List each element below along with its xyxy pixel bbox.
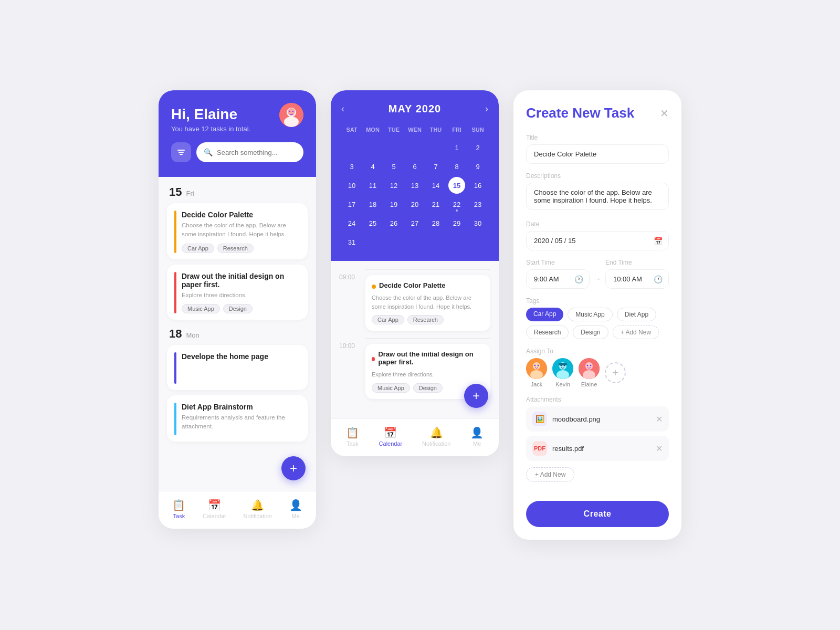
svg-point-5: [292, 111, 293, 112]
calendar-icon: 📅: [654, 237, 663, 245]
nav-task[interactable]: 📋 Task: [346, 426, 359, 447]
prev-month-button[interactable]: ‹: [341, 103, 344, 114]
add-event-fab[interactable]: +: [464, 384, 488, 408]
remove-moodboard-button[interactable]: ✕: [656, 414, 663, 424]
day-name: TUE: [383, 124, 404, 135]
attachment-name-results: results.pdf: [552, 445, 650, 453]
start-time-wrapper: 🕐: [526, 269, 590, 289]
event-color-dot: [372, 357, 375, 361]
tag-research[interactable]: Research: [526, 326, 569, 339]
nav-label-task: Task: [346, 440, 359, 447]
cal-day-23[interactable]: 23: [469, 196, 486, 213]
pdf-icon: PDF: [532, 441, 547, 456]
task-card[interactable]: Decide Color Palette Choose the color of…: [167, 203, 308, 259]
svg-point-23: [587, 365, 589, 366]
add-assignee-button[interactable]: +: [605, 362, 626, 383]
date-day: Fri: [186, 190, 194, 197]
cal-day-26[interactable]: 26: [385, 215, 402, 232]
title-input[interactable]: [526, 144, 669, 164]
cal-day-empty: [385, 139, 402, 156]
date-input[interactable]: [526, 231, 669, 250]
tag-music-app[interactable]: Music App: [568, 308, 612, 321]
cal-day-20[interactable]: 20: [406, 196, 423, 213]
add-attachment-button[interactable]: + Add New: [526, 467, 574, 482]
tags-row: Car App Music App Diet App Research Desi…: [526, 308, 669, 339]
add-new-tag-button[interactable]: + Add New: [613, 326, 659, 339]
tag-car-app[interactable]: Car App: [526, 308, 563, 321]
add-task-fab[interactable]: +: [281, 456, 306, 480]
nav-notification[interactable]: 🔔 Notification: [243, 499, 271, 519]
cal-day-12[interactable]: 12: [385, 177, 402, 194]
cal-day-19[interactable]: 19: [385, 196, 402, 213]
cal-day-18[interactable]: 18: [364, 196, 381, 213]
desc-textarea[interactable]: Choose the color of the app. Below are s…: [526, 183, 669, 210]
svg-rect-6: [177, 150, 185, 151]
calendar-icon: 📅: [384, 426, 397, 439]
svg-point-2: [284, 117, 299, 127]
create-button[interactable]: Create: [526, 501, 669, 527]
desc-field-group: Descriptions Choose the color of the app…: [526, 172, 669, 212]
search-input[interactable]: [217, 149, 296, 156]
task-tag: Car App: [182, 244, 214, 253]
nav-notification[interactable]: 🔔 Notification: [422, 426, 450, 447]
cal-day-13[interactable]: 13: [406, 177, 423, 194]
next-month-button[interactable]: ›: [485, 103, 488, 114]
nav-me[interactable]: 👤 Me: [289, 499, 302, 519]
cal-day-30[interactable]: 30: [469, 215, 486, 232]
task-card[interactable]: Diet App Brainstorm Requirements analysi…: [167, 395, 308, 442]
cal-day-28[interactable]: 28: [427, 215, 444, 232]
event-tag: Research: [407, 315, 444, 324]
cal-day-25[interactable]: 25: [364, 215, 381, 232]
filter-button[interactable]: [171, 142, 191, 162]
cal-day-21[interactable]: 21: [427, 196, 444, 213]
calendar-icon: 📅: [208, 499, 221, 511]
cal-day-31[interactable]: 31: [343, 234, 360, 250]
date-field-group: Date 📅: [526, 220, 669, 250]
cal-day-9[interactable]: 9: [469, 158, 486, 175]
remove-results-button[interactable]: ✕: [656, 444, 663, 454]
nav-calendar-active[interactable]: 📅 Calendar: [379, 426, 403, 447]
cal-day-4[interactable]: 4: [364, 158, 381, 175]
task-card[interactable]: Draw out the initial design on paper fir…: [167, 265, 308, 320]
nav-task[interactable]: 📋 Task: [172, 499, 185, 519]
cal-day-7[interactable]: 7: [427, 158, 444, 175]
me-icon: 👤: [470, 426, 484, 439]
cal-day-6[interactable]: 6: [406, 158, 423, 175]
cal-day-10[interactable]: 10: [343, 177, 360, 194]
nav-label-me: Me: [291, 513, 299, 519]
event-title: Decide Color Palette: [379, 281, 445, 289]
cal-day-2[interactable]: 2: [469, 139, 486, 156]
event-card[interactable]: Decide Color Palette Choose the color of…: [365, 275, 490, 331]
nav-calendar[interactable]: 📅 Calendar: [203, 499, 226, 519]
cal-day-27[interactable]: 27: [406, 215, 423, 232]
date-input-wrapper: 📅: [526, 231, 669, 250]
close-button[interactable]: ✕: [660, 107, 669, 120]
nav-me[interactable]: 👤 Me: [470, 426, 484, 447]
cal-day-29[interactable]: 29: [448, 215, 465, 232]
task-card[interactable]: Develope the home page: [167, 345, 308, 390]
task-tag: Music App: [182, 304, 220, 313]
date-group-15: 15 Fri Decide Color Palette Choose the c…: [167, 185, 308, 320]
assignee-avatar-kevin: [552, 358, 573, 379]
cal-day-11[interactable]: 11: [364, 177, 381, 194]
cal-day-22[interactable]: 22: [448, 196, 465, 213]
task-icon: 📋: [172, 499, 185, 511]
cal-day-3[interactable]: 3: [343, 158, 360, 175]
cal-day-16[interactable]: 16: [469, 177, 486, 194]
tag-diet-app[interactable]: Diet App: [617, 308, 656, 321]
cal-day-15-today[interactable]: 15: [448, 177, 465, 194]
task-list: 15 Fri Decide Color Palette Choose the c…: [159, 177, 316, 491]
cal-day-14[interactable]: 14: [427, 177, 444, 194]
date-number: 15: [169, 185, 182, 199]
task-color-bar: [174, 403, 176, 436]
cal-day-5[interactable]: 5: [385, 158, 402, 175]
cal-day-17[interactable]: 17: [343, 196, 360, 213]
tag-design[interactable]: Design: [573, 326, 608, 339]
cal-day-1[interactable]: 1: [448, 139, 465, 156]
cal-day-8[interactable]: 8: [448, 158, 465, 175]
date-label: 18 Mon: [167, 327, 308, 341]
cal-day-24[interactable]: 24: [343, 215, 360, 232]
search-box[interactable]: 🔍: [196, 142, 303, 162]
svg-rect-8: [180, 154, 183, 155]
svg-point-4: [289, 111, 290, 112]
